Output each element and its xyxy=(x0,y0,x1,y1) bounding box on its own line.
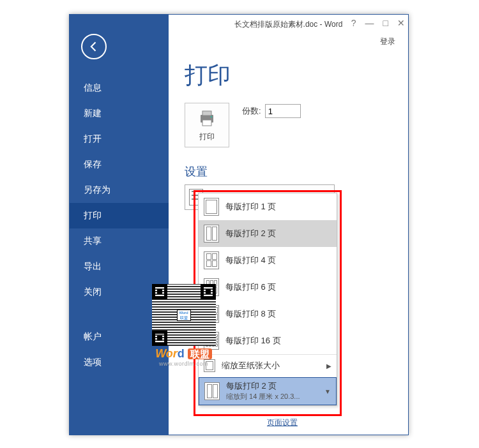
sidebar-item-export[interactable]: 导出 xyxy=(70,254,169,280)
selected-sublabel: 缩放到 14 厘米 x 20.3... xyxy=(226,391,322,401)
menu-item-4up[interactable]: 每版打印 4 页 xyxy=(199,247,337,274)
help-button[interactable]: ? xyxy=(351,18,356,28)
chevron-right-icon: ▶ xyxy=(326,362,331,370)
close-button[interactable]: ✕ xyxy=(397,18,405,28)
sidebar-item-save[interactable]: 保存 xyxy=(70,152,169,177)
menu-item-16up[interactable]: 每版打印 16 页 xyxy=(199,327,337,354)
sidebar-item-open[interactable]: 打开 xyxy=(70,126,169,152)
settings-label: 设置 xyxy=(185,164,408,179)
grid-16-icon xyxy=(204,332,219,350)
menu-item-1up[interactable]: 每版打印 1 页 xyxy=(199,193,337,220)
page-heading: 打印 xyxy=(185,60,408,91)
titlebar: 长文档排版原始素材.doc - Word ? — □ ✕ xyxy=(169,15,408,34)
pages-per-sheet-menu: 每版打印 1 页 每版打印 2 页 每版打印 4 页 每版打印 6 页 每版打印… xyxy=(198,193,337,406)
sidebar-item-print[interactable]: 打印 xyxy=(70,203,169,228)
sidebar-item-account[interactable]: 帐户 xyxy=(70,324,169,350)
sidebar-item-close[interactable]: 关闭 xyxy=(70,280,169,305)
menu-item-2up[interactable]: 每版打印 2 页 xyxy=(199,220,337,247)
sidebar-item-new[interactable]: 新建 xyxy=(70,101,169,126)
svg-rect-1 xyxy=(202,111,211,116)
menu-item-8up[interactable]: 每版打印 8 页 xyxy=(199,301,337,327)
copies-input[interactable] xyxy=(265,104,301,118)
menu-item-selected-2up-scaled[interactable]: 每版打印 2 页 缩放到 14 厘米 x 20.3... ▼ xyxy=(199,377,337,405)
sidebar-item-info[interactable]: 信息 xyxy=(70,75,169,101)
chevron-down-icon: ▼ xyxy=(324,388,331,395)
window-title: 长文档排版原始素材.doc - Word xyxy=(234,19,343,30)
grid-4-icon xyxy=(204,251,219,269)
page-setup-link[interactable]: 页面设置 xyxy=(267,417,298,428)
login-link[interactable]: 登录 xyxy=(380,37,395,46)
sidebar-item-saveas[interactable]: 另存为 xyxy=(70,177,169,203)
grid-2-icon xyxy=(204,382,220,400)
menu-item-scale-to-paper[interactable]: 缩放至纸张大小 ▶ xyxy=(199,354,337,377)
svg-point-3 xyxy=(211,116,213,117)
sidebar-item-share[interactable]: 共享 xyxy=(70,228,169,254)
grid-6-icon xyxy=(204,278,219,296)
grid-8-icon xyxy=(204,305,219,323)
copies-label: 份数: xyxy=(242,105,261,117)
paper-icon xyxy=(204,359,215,372)
maximize-button[interactable]: □ xyxy=(383,18,388,28)
menu-item-6up[interactable]: 每版打印 6 页 xyxy=(199,274,337,301)
minimize-button[interactable]: — xyxy=(365,18,374,28)
printer-icon xyxy=(197,108,217,129)
back-button[interactable] xyxy=(81,34,107,59)
grid-1-icon xyxy=(204,198,219,216)
back-arrow-icon xyxy=(87,40,100,53)
backstage-sidebar: 信息 新建 打开 保存 另存为 打印 共享 导出 关闭 帐户 选项 xyxy=(70,15,169,435)
sidebar-item-options[interactable]: 选项 xyxy=(70,350,169,375)
svg-rect-2 xyxy=(202,120,211,126)
print-button-label: 打印 xyxy=(199,131,215,142)
print-button[interactable]: 打印 xyxy=(185,103,229,147)
selected-label: 每版打印 2 页 xyxy=(226,381,277,391)
grid-2-icon xyxy=(204,225,219,243)
